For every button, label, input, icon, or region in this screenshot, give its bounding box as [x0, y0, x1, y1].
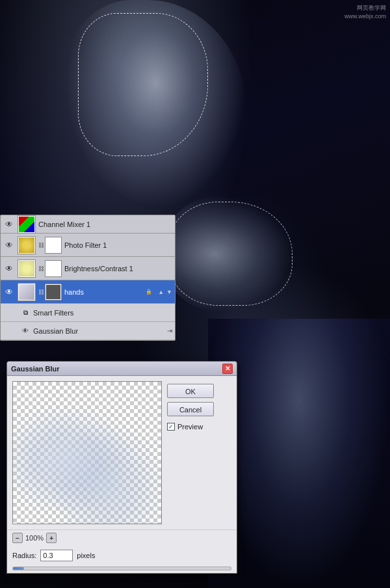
selection-marquee-top [78, 13, 208, 156]
cancel-button[interactable]: Cancel [167, 402, 214, 416]
radius-unit: pixels [77, 552, 95, 559]
layer-visibility-hands[interactable]: 👁 [3, 286, 15, 298]
hands-lock-indicator: 🔒 [144, 287, 154, 297]
hands-arrow-up: ▲ [158, 289, 164, 295]
zoom-controls: − 100% + [12, 533, 57, 543]
layer-chain-hands: ⛓ [38, 289, 42, 295]
layer-mask-brightness [45, 260, 62, 277]
dialog-body: OK Cancel ✓ Preview [7, 376, 237, 529]
zoom-in-button[interactable]: + [46, 533, 57, 543]
layer-row-brightness-contrast[interactable]: 👁 ⛓ Brightness/Contrast 1 [1, 257, 175, 280]
layer-label-brightness: Brightness/Contrast 1 [64, 265, 172, 273]
layer-label-photo-filter: Photo Filter 1 [64, 241, 172, 249]
preview-image [13, 382, 161, 524]
layer-row-hands[interactable]: 👁 ⛓ hands 🔒 ▲ ▼ [1, 280, 175, 304]
zoom-level-label: 100% [25, 534, 44, 542]
preview-label: Preview [177, 423, 203, 431]
progress-bar [12, 567, 231, 570]
sublayer-gaussian-blur[interactable]: 👁 Gaussian Blur ⇥ [1, 322, 175, 340]
layer-row-photo-filter[interactable]: 👁 ⛓ Photo Filter 1 [1, 234, 175, 257]
layer-chain-brightness: ⛓ [38, 265, 42, 272]
layer-label-channel-mixer: Channel Mixer 1 [38, 220, 172, 228]
sublayer-visibility-gaussian[interactable]: 👁 [20, 326, 31, 336]
layer-thumb-channel-mixer [18, 215, 36, 234]
progress-fill [13, 567, 24, 570]
layer-visibility-brightness[interactable]: 👁 [3, 263, 15, 274]
layer-chain-photo: ⛓ [38, 242, 42, 248]
layer-row-channel-mixer[interactable]: 👁 Channel Mixer 1 [1, 215, 175, 234]
dialog-titlebar: Gaussian Blur ✕ [7, 362, 237, 376]
layer-visibility-channel-mixer[interactable]: 👁 [3, 219, 15, 230]
hands-arrow-down: ▼ [166, 289, 172, 295]
dialog-title: Gaussian Blur [11, 365, 60, 373]
sublayer-label-smart-filters: Smart Filters [33, 309, 172, 317]
gaussian-blur-dialog: Gaussian Blur ✕ OK Cancel ✓ Preview − 10… [6, 361, 237, 574]
radius-section: Radius: 0.3 pixels [7, 548, 237, 567]
radius-input[interactable]: 0.3 [40, 550, 73, 561]
dialog-buttons-panel: OK Cancel ✓ Preview [167, 381, 214, 524]
layer-mask-photo-filter [45, 237, 62, 254]
zoom-out-button[interactable]: − [12, 533, 23, 543]
radius-label: Radius: [12, 552, 36, 559]
watermark: 网页教学网 www.webjx.com [344, 4, 386, 20]
preview-checkbox-row: ✓ Preview [167, 423, 214, 431]
dialog-preview-area[interactable] [12, 381, 162, 524]
ok-button[interactable]: OK [167, 384, 214, 398]
layer-mask-hands [45, 284, 62, 301]
smart-filters-icon: ⧉ [20, 308, 31, 318]
layers-panel: 👁 Channel Mixer 1 👁 ⛓ Photo Filter 1 👁 ⛓… [0, 215, 176, 341]
layer-thumb-photo-filter [18, 236, 36, 254]
sublayer-label-gaussian: Gaussian Blur [33, 327, 164, 335]
selection-marquee-right [169, 202, 292, 306]
dialog-zoom-row: − 100% + [7, 529, 237, 548]
layer-thumb-brightness [18, 260, 36, 278]
layer-thumb-hands [18, 283, 36, 301]
sublayer-smart-filters: ⧉ Smart Filters [1, 304, 175, 322]
layer-label-hands: hands [64, 288, 141, 296]
preview-checkbox[interactable]: ✓ [167, 423, 175, 431]
sublayer-options-icon[interactable]: ⇥ [167, 327, 172, 334]
layer-visibility-photo-filter[interactable]: 👁 [3, 239, 15, 251]
dialog-close-button[interactable]: ✕ [222, 364, 233, 374]
